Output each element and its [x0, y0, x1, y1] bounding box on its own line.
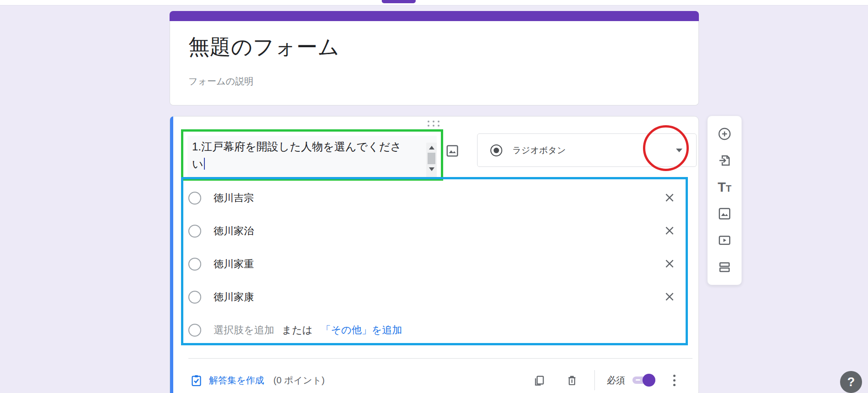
close-icon — [664, 225, 676, 237]
form-theme-accent-bar — [170, 11, 699, 21]
answer-key-label: 解答集を作成 — [209, 374, 264, 387]
option-row: 徳川家重 — [181, 248, 688, 281]
app-header-bottom-edge — [0, 0, 868, 6]
radio-circle-icon — [188, 225, 201, 238]
points-label: (0 ポイント) — [273, 374, 324, 387]
question-type-label: ラジオボタン — [512, 144, 566, 156]
option-row: 徳川家治 — [181, 215, 688, 248]
question-title-input[interactable]: 1.江戸幕府を開設した人物を選んでくださ い — [187, 136, 437, 178]
close-icon — [664, 258, 676, 270]
option-label[interactable]: 徳川家治 — [214, 224, 254, 238]
scrollbar-thumb[interactable] — [428, 153, 435, 164]
close-icon — [664, 291, 676, 303]
question-text-line1: 1.江戸幕府を開設した人物を選んでくださ — [192, 138, 411, 155]
help-icon: ? — [847, 375, 855, 389]
add-image-to-question-button[interactable] — [442, 141, 462, 161]
dropdown-arrow-icon — [676, 149, 682, 152]
kebab-menu-icon — [673, 375, 676, 386]
answer-key-button[interactable]: 解答集を作成 — [190, 374, 264, 387]
close-icon — [664, 192, 676, 204]
option-row: 徳川吉宗 — [181, 182, 688, 215]
import-icon — [718, 154, 731, 167]
form-title-card-body: 無題のフォーム フォームの説明 — [170, 21, 699, 105]
form-title-card: 無題のフォーム フォームの説明 — [170, 11, 699, 105]
options-list: 徳川吉宗 徳川家治 徳川家重 徳川家康 — [181, 177, 688, 347]
radio-circle-icon — [188, 258, 201, 271]
remove-option-button[interactable] — [663, 192, 676, 205]
google-forms-editor: 無題のフォーム フォームの説明 1.江戸幕府を開設した人物を選んでくださ い — [0, 0, 868, 393]
side-toolbar: TT — [707, 116, 742, 285]
or-label: または — [282, 323, 313, 337]
text-icon: TT — [718, 181, 731, 194]
question-type-dropdown[interactable]: ラジオボタン — [477, 133, 697, 167]
option-label[interactable]: 徳川吉宗 — [214, 191, 254, 205]
textarea-scrollbar[interactable] — [426, 143, 437, 178]
add-image-button[interactable] — [716, 205, 733, 222]
add-option-row: 選択肢を追加 または 「その他」を追加 — [181, 314, 688, 347]
help-button[interactable]: ? — [840, 371, 862, 393]
active-tab-indicator — [382, 0, 416, 3]
remove-option-button[interactable] — [663, 258, 676, 271]
toggle-track-dash — [636, 379, 640, 381]
selected-question-indicator — [170, 116, 173, 393]
radio-circle-icon — [188, 324, 201, 337]
add-question-button[interactable] — [716, 126, 733, 142]
add-title-button[interactable]: TT — [716, 179, 733, 195]
scroll-down-arrow-icon[interactable] — [429, 167, 434, 171]
add-option-button[interactable]: 選択肢を追加 — [214, 323, 275, 337]
add-section-button[interactable] — [716, 259, 733, 275]
image-icon — [718, 207, 731, 221]
option-row: 徳川家康 — [181, 281, 688, 314]
question-card: 1.江戸幕府を開設した人物を選んでくださ い ラジオボタン — [170, 116, 699, 393]
remove-option-button[interactable] — [663, 225, 676, 238]
add-other-option-link[interactable]: 「その他」を追加 — [321, 323, 402, 337]
question-text: 1.江戸幕府を開設した人物を選んでくださ い — [187, 136, 411, 173]
image-icon — [445, 144, 459, 158]
delete-question-button[interactable] — [564, 372, 580, 388]
form-description-input[interactable]: フォームの説明 — [188, 75, 698, 88]
copy-icon — [533, 374, 545, 387]
text-caret — [204, 158, 205, 170]
question-text-line2: い — [192, 155, 411, 173]
import-questions-button[interactable] — [716, 152, 733, 169]
option-label[interactable]: 徳川家重 — [214, 257, 254, 271]
form-title-input[interactable]: 無題のフォーム — [188, 21, 698, 61]
toggle-knob — [643, 374, 655, 387]
scroll-up-arrow-icon[interactable] — [429, 146, 434, 149]
required-toggle[interactable] — [632, 376, 653, 384]
answer-key-icon — [190, 374, 203, 387]
radio-circle-icon — [188, 192, 201, 205]
duplicate-question-button[interactable] — [531, 372, 547, 388]
drag-handle-icon[interactable] — [428, 121, 439, 127]
required-label: 必須 — [607, 374, 625, 387]
video-icon — [718, 233, 731, 247]
footer-divider-vertical — [594, 370, 595, 390]
remove-option-button[interactable] — [663, 291, 676, 304]
radio-circle-icon — [188, 291, 201, 304]
radio-button-icon — [490, 144, 502, 156]
more-options-button[interactable] — [666, 372, 682, 388]
trash-icon — [566, 374, 578, 386]
card-footer-divider — [188, 358, 692, 359]
section-icon — [718, 260, 731, 274]
plus-circle-icon — [717, 127, 732, 141]
option-label[interactable]: 徳川家康 — [214, 290, 254, 304]
question-card-footer: 解答集を作成 (0 ポイント) 必須 — [190, 366, 682, 393]
add-video-button[interactable] — [716, 232, 733, 249]
